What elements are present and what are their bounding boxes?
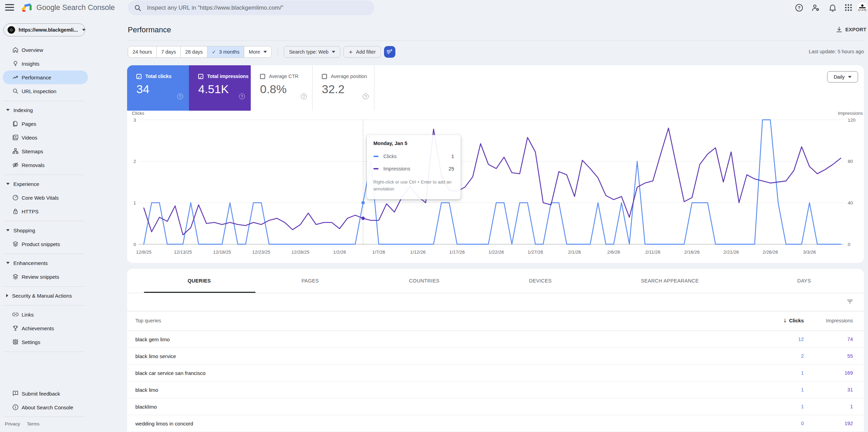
- query-cell: black car service san francisco: [135, 370, 205, 376]
- legal-link-terms[interactable]: Terms: [27, 421, 40, 427]
- add-filter-label: Add filter: [356, 49, 376, 55]
- sidebar-item-about-search-console[interactable]: About Search Console: [3, 400, 88, 414]
- metric-value: 34: [136, 82, 149, 96]
- sidebar-section-shopping[interactable]: Shopping: [0, 223, 88, 237]
- sidebar-item-review-snippets[interactable]: Review snippets: [3, 270, 88, 284]
- checkbox-checked-icon[interactable]: ✓: [136, 74, 142, 79]
- search-type-chip[interactable]: Search type: Web: [284, 46, 340, 58]
- impressions-cell[interactable]: 192: [784, 421, 853, 426]
- date-chip-7-days[interactable]: 7 days: [157, 46, 181, 57]
- help-icon[interactable]: ?: [177, 93, 183, 99]
- menu-icon[interactable]: [5, 4, 14, 11]
- sidebar-item-settings[interactable]: Settings: [3, 335, 88, 349]
- granularity-dropdown[interactable]: Daily: [827, 71, 858, 82]
- table-row[interactable]: blacklimo11: [127, 398, 864, 415]
- sidebar-section-indexing[interactable]: Indexing: [0, 103, 88, 117]
- right-axis-tick: 120: [848, 118, 856, 123]
- sidebar-item-label: HTTPS: [22, 209, 38, 214]
- export-button[interactable]: EXPORT: [836, 26, 866, 33]
- notifications-icon[interactable]: [828, 3, 837, 12]
- date-chip-3-months[interactable]: ✓3 months: [207, 46, 244, 57]
- apps-grid-icon[interactable]: [844, 3, 853, 12]
- date-chip-24-hours[interactable]: 24 hours: [128, 46, 157, 57]
- url-inspection-search-input[interactable]: Inspect any URL in "https://www.blackgem…: [128, 0, 374, 15]
- tab-pages[interactable]: PAGES: [302, 269, 319, 293]
- checkbox-checked-icon[interactable]: ✓: [198, 74, 203, 79]
- tab-search-appearance[interactable]: SEARCH APPEARANCE: [641, 269, 699, 293]
- top-app-bar: Google Search Console Inspect any URL in…: [0, 0, 868, 19]
- sidebar-section-label: Security & Manual Actions: [12, 293, 72, 299]
- x-axis-tick: 12/28/25: [291, 250, 309, 255]
- tab-devices[interactable]: DEVICES: [529, 269, 552, 293]
- column-header-impressions[interactable]: Impressions: [784, 318, 853, 323]
- sidebar-section-label: Enhancements: [13, 260, 48, 266]
- sidebar-item-url-inspection[interactable]: URL inspection: [3, 84, 88, 98]
- sidebar-item-submit-feedback[interactable]: Submit feedback: [3, 387, 88, 400]
- chip-label: 3 months: [219, 49, 240, 55]
- table-row[interactable]: black car service san francisco1169: [127, 365, 864, 381]
- svg-text:?: ?: [798, 5, 800, 10]
- sidebar-item-videos[interactable]: Videos: [3, 131, 88, 144]
- tooltip-date: Monday, Jan 5: [373, 141, 407, 146]
- performance-chart[interactable]: ClicksImpressions01230408012012/8/2512/1…: [127, 103, 864, 263]
- x-axis-tick: 2/21/26: [723, 250, 739, 255]
- table-row[interactable]: black limo131: [127, 381, 864, 398]
- date-chip-more[interactable]: More: [244, 46, 271, 57]
- sidebar-item-achievements[interactable]: Achievements: [3, 321, 88, 335]
- sidebar-item-performance[interactable]: Performance: [3, 70, 88, 84]
- sidebar-item-insights[interactable]: Insights: [3, 57, 88, 70]
- tab-days[interactable]: DAYS: [797, 269, 811, 293]
- impressions-cell[interactable]: 74: [784, 336, 853, 342]
- x-axis-tick: 12/8/25: [136, 250, 151, 255]
- plus-icon: +: [349, 49, 352, 55]
- sidebar-item-pages[interactable]: Pages: [3, 117, 88, 131]
- sidebar-item-label: Sitemaps: [22, 148, 43, 154]
- date-chip-28-days[interactable]: 28 days: [181, 46, 207, 57]
- sidebar-divider: [3, 175, 84, 175]
- account-avatar[interactable]: ◆ KGEM: [857, 2, 868, 13]
- table-row[interactable]: wedding limos in concord0192: [127, 415, 864, 432]
- sidebar-item-overview[interactable]: Overview: [3, 43, 88, 57]
- sidebar-section-security-manual-actions[interactable]: Security & Manual Actions: [0, 289, 88, 302]
- sidebar-item-product-snippets[interactable]: Product snippets: [3, 237, 88, 251]
- impressions-cell[interactable]: 169: [784, 370, 853, 376]
- filter-rows-icon[interactable]: [846, 297, 854, 306]
- sidebar-item-label: Settings: [22, 339, 40, 345]
- add-filter-chip[interactable]: + Add filter: [343, 46, 381, 58]
- x-axis-tick: 1/2/26: [333, 250, 346, 255]
- sidebar-item-label: Pages: [22, 121, 36, 127]
- sidebar-item-label: URL inspection: [22, 88, 56, 94]
- impressions-cell[interactable]: 55: [784, 353, 853, 359]
- column-header-query[interactable]: Top queries: [135, 318, 161, 323]
- sidebar-section-experience[interactable]: Experience: [0, 177, 88, 191]
- legal-link-privacy[interactable]: Privacy: [5, 421, 20, 427]
- sidebar-item-core-web-vitals[interactable]: Core Web Vitals: [3, 191, 88, 204]
- help-icon[interactable]: ?: [301, 93, 307, 99]
- sidebar-item-links[interactable]: Links: [3, 308, 88, 321]
- checkbox-unchecked-icon[interactable]: [322, 74, 327, 79]
- manage-users-icon[interactable]: [811, 3, 820, 12]
- sidebar-item-https[interactable]: HTTPS: [3, 204, 88, 218]
- table-row[interactable]: black gem limo1274: [127, 331, 864, 348]
- search-console-logo-icon: [20, 1, 33, 14]
- chevron-down-icon: [263, 51, 267, 53]
- table-row[interactable]: black limo service255: [127, 348, 864, 365]
- help-icon[interactable]: ?: [239, 93, 245, 99]
- sidebar-item-sitemaps[interactable]: Sitemaps: [3, 144, 88, 158]
- sidebar-item-label: Performance: [22, 75, 51, 80]
- sidebar-section-enhancements[interactable]: Enhancements: [0, 256, 88, 270]
- property-favicon: ◇: [8, 25, 15, 35]
- impressions-cell[interactable]: 31: [784, 387, 853, 392]
- sidebar-item-removals[interactable]: Removals: [3, 158, 88, 172]
- layers-icon: [12, 273, 19, 280]
- help-icon[interactable]: ?: [794, 3, 804, 12]
- checkbox-unchecked-icon[interactable]: [260, 74, 265, 79]
- filter-settings-button[interactable]: [384, 46, 395, 58]
- chip-label: 28 days: [185, 49, 203, 55]
- help-icon[interactable]: ?: [363, 93, 369, 99]
- tab-queries[interactable]: QUERIES: [188, 269, 211, 293]
- tab-countries[interactable]: COUNTRIES: [409, 269, 440, 293]
- logo[interactable]: Google Search Console: [20, 1, 115, 14]
- property-selector[interactable]: ◇ https://www.blackgemli...: [3, 23, 85, 36]
- impressions-cell[interactable]: 1: [784, 404, 853, 409]
